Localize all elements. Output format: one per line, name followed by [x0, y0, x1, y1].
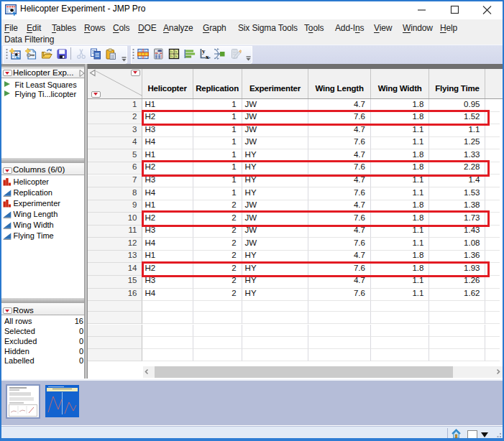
svg-text:x: x: [206, 52, 209, 60]
